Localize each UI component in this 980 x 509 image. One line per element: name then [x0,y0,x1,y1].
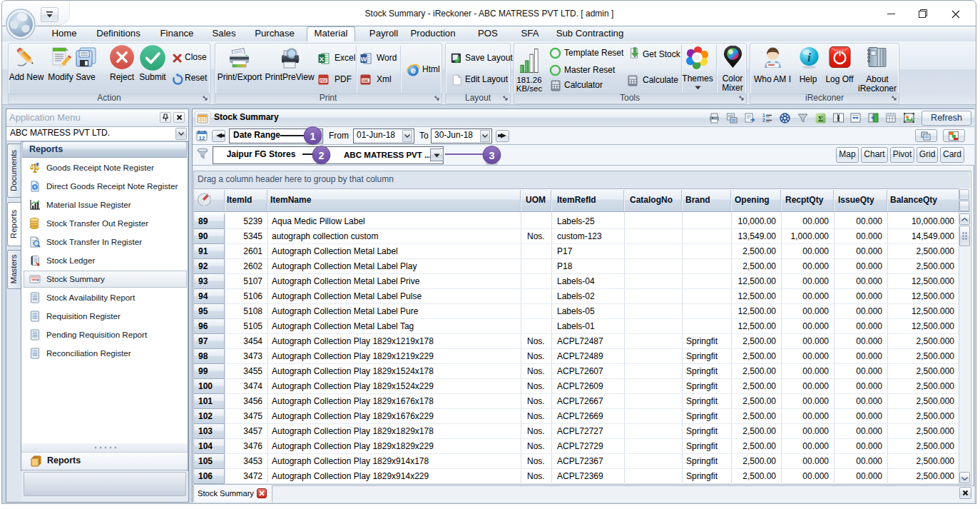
svg-text:W: W [361,56,367,63]
svg-text:X: X [320,55,325,63]
svg-text:1: 1 [762,113,765,118]
svg-text:12: 12 [199,135,205,141]
svg-text:PDF: PDF [320,79,327,83]
svg-text:2: 2 [762,118,765,123]
svg-text:XML: XML [362,79,369,83]
svg-text:3: 3 [489,149,494,161]
svg-text:1: 1 [310,130,315,141]
svg-text:i: i [807,51,811,64]
svg-text:e: e [411,65,416,76]
svg-text:2: 2 [318,149,324,161]
svg-text:Σ: Σ [818,114,823,123]
